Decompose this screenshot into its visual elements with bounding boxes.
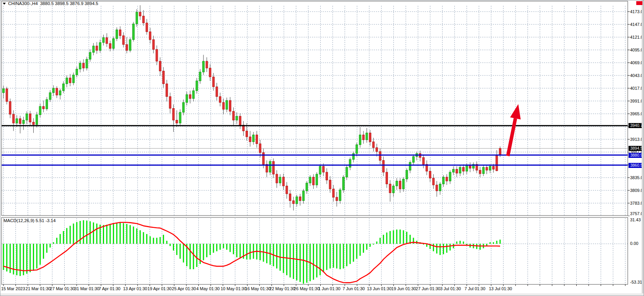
candle-bull bbox=[113, 39, 114, 48]
time-tick-label: 31 Mar 01:30 bbox=[74, 286, 99, 291]
candle-bull bbox=[359, 135, 361, 145]
macd-histogram-bar bbox=[196, 244, 197, 267]
macd-histogram-bar bbox=[16, 244, 17, 275]
candle-bull bbox=[136, 12, 138, 24]
macd-histogram-bar bbox=[116, 223, 117, 244]
macd-histogram-bar bbox=[396, 229, 397, 244]
candle-bear bbox=[82, 63, 84, 68]
candle-bear bbox=[492, 166, 494, 169]
macd-histogram-bar bbox=[270, 244, 271, 265]
candle-bull bbox=[22, 120, 24, 124]
macd-histogram-bar bbox=[213, 244, 214, 253]
candle-bull bbox=[3, 89, 5, 92]
candle-bull bbox=[342, 177, 344, 190]
macd-histogram-bar bbox=[249, 244, 251, 260]
candle-bull bbox=[459, 167, 461, 173]
candle-bear bbox=[369, 133, 371, 142]
candle-bull bbox=[319, 166, 321, 174]
macd-histogram-bar bbox=[463, 241, 464, 244]
macd-histogram-bar bbox=[316, 244, 317, 277]
macd-histogram-bar bbox=[493, 242, 494, 244]
candle-bear bbox=[463, 167, 465, 171]
candle-bull bbox=[39, 106, 41, 115]
candle-bull bbox=[409, 163, 411, 170]
candle-bear bbox=[299, 197, 301, 201]
candle-bear bbox=[496, 155, 498, 171]
macd-histogram-bar bbox=[303, 244, 304, 284]
candle-bull bbox=[439, 184, 441, 191]
candle-bear bbox=[173, 108, 174, 120]
macd-scale-max: 31.43 bbox=[630, 217, 641, 222]
candle-bull bbox=[352, 154, 354, 159]
candle-bear bbox=[499, 148, 501, 155]
price-tick-label: 3809.0 bbox=[630, 188, 643, 193]
candle-bear bbox=[259, 144, 261, 152]
candle-bear bbox=[43, 106, 44, 109]
macd-histogram-bar bbox=[496, 241, 497, 244]
macd-histogram-bar bbox=[136, 228, 137, 244]
time-tick-label: 13 Apr 01:30 bbox=[123, 286, 147, 291]
price-tick-label: 4017.0 bbox=[630, 86, 643, 91]
macd-histogram-bar bbox=[406, 232, 407, 244]
macd-histogram-bar bbox=[73, 224, 74, 244]
macd-histogram-bar bbox=[70, 226, 71, 244]
candle-bear bbox=[429, 171, 431, 178]
macd-histogram-bar bbox=[120, 223, 121, 244]
macd-histogram-bar bbox=[313, 244, 314, 280]
macd-histogram-bar bbox=[163, 235, 164, 244]
macd-histogram-bar bbox=[66, 228, 67, 244]
macd-histogram-bar bbox=[456, 241, 457, 244]
candle-bear bbox=[142, 16, 144, 23]
macd-histogram-bar bbox=[123, 223, 124, 244]
macd-histogram-bar bbox=[179, 244, 181, 259]
candle-bear bbox=[166, 84, 168, 97]
main-panel-border bbox=[2, 1, 628, 216]
candle-bull bbox=[296, 197, 298, 204]
candle-bear bbox=[323, 166, 325, 172]
candle-bull bbox=[59, 91, 61, 95]
candle-bear bbox=[212, 77, 214, 87]
corner-red-marker bbox=[636, 1, 642, 5]
symbol-dropdown-icon[interactable] bbox=[3, 3, 6, 5]
macd-histogram-bar bbox=[60, 234, 61, 244]
candle-bear bbox=[456, 169, 458, 173]
macd-histogram-bar bbox=[159, 237, 161, 244]
macd-histogram-bar bbox=[220, 244, 221, 250]
candle-bear bbox=[219, 97, 221, 103]
time-tick-label: 13 Jul 01:30 bbox=[489, 286, 512, 291]
macd-histogram-bar bbox=[26, 244, 27, 274]
candle-bull bbox=[349, 159, 351, 167]
candle-bear bbox=[399, 181, 401, 189]
macd-scale-zero: 0.00 bbox=[630, 241, 638, 246]
candle-bear bbox=[56, 88, 58, 95]
candle-bull bbox=[49, 92, 51, 99]
macd-histogram-bar bbox=[333, 244, 334, 268]
chart-canvas[interactable] bbox=[0, 0, 644, 296]
macd-histogram-bar bbox=[46, 244, 48, 253]
candle-bear bbox=[432, 178, 434, 185]
macd-histogram-bar bbox=[43, 244, 44, 259]
macd-histogram-bar bbox=[363, 244, 364, 253]
time-tick-label: 22 May 01:30 bbox=[270, 286, 296, 291]
macd-histogram-bar bbox=[266, 244, 267, 263]
macd-histogram-bar bbox=[400, 229, 401, 244]
time-tick-label: 10 May 01:30 bbox=[220, 286, 246, 291]
macd-histogram-bar bbox=[96, 224, 97, 244]
macd-histogram-bar bbox=[386, 233, 387, 244]
candle-bear bbox=[139, 12, 141, 16]
up-arrow-shaft[interactable] bbox=[508, 118, 516, 156]
candle-bear bbox=[216, 87, 218, 96]
candle-bull bbox=[102, 38, 104, 43]
macd-histogram-bar bbox=[173, 244, 174, 250]
time-tick-label: 4 May 01:30 bbox=[196, 286, 220, 291]
macd-histogram-bar bbox=[446, 244, 448, 253]
macd-signal-line bbox=[3, 222, 500, 283]
candle-bull bbox=[86, 59, 88, 68]
macd-histogram-bar bbox=[183, 244, 184, 262]
candle-bull bbox=[253, 135, 255, 142]
price-tick-label: 4147.0 bbox=[630, 22, 643, 27]
macd-histogram-bar bbox=[83, 220, 84, 244]
candle-bear bbox=[479, 170, 481, 174]
macd-histogram-bar bbox=[229, 244, 231, 252]
candle-bear bbox=[362, 135, 364, 140]
